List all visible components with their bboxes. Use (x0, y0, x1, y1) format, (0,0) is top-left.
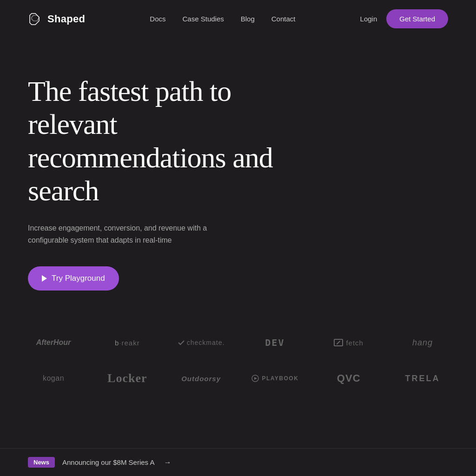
hero-subtitle: Increase engagement, conversion, and rev… (28, 222, 228, 246)
checkmate-icon (178, 339, 185, 346)
play-icon (42, 275, 47, 282)
nav-item-blog[interactable]: Blog (241, 15, 255, 23)
logo-hang: hang (397, 338, 448, 348)
logo-fetch: fetch (323, 339, 374, 347)
logo-checkmate: checkmate. (176, 339, 227, 346)
nav-item-case-studies[interactable]: Case Studies (183, 15, 224, 23)
news-arrow-icon: → (164, 458, 171, 467)
nav-item-docs[interactable]: Docs (150, 15, 165, 23)
logo-trela: TRELA (397, 374, 448, 383)
logo-outdoorsy: Outdoorsy (176, 375, 227, 383)
login-button[interactable]: Login (360, 15, 377, 23)
logo-afterhour: AfterHour (28, 338, 79, 347)
news-text: Announcing our $8M Series A (62, 458, 154, 466)
logo-locker: Locker (102, 371, 153, 385)
navbar: Shaped Docs Case Studies Blog Contact Lo… (0, 0, 476, 38)
try-playground-label: Try Playground (52, 274, 105, 283)
logo-playbook: PLAYBOOK (249, 375, 300, 382)
logos-row-2: kogan Locker Outdoorsy PLAYBOOK QVC (28, 371, 448, 385)
playbook-icon (251, 375, 259, 382)
get-started-button[interactable]: Get Started (386, 9, 448, 28)
logo-kogan: kogan (28, 374, 79, 383)
nav-item-contact[interactable]: Contact (271, 15, 296, 23)
news-badge: News (28, 457, 55, 468)
logo-area: Shaped (28, 12, 85, 26)
logo-breakr: b·reakr (102, 339, 153, 347)
logos-row-1: AfterHour b·reakr checkmate. DEV (28, 337, 448, 348)
logo-qvc: QVC (323, 372, 374, 384)
nav-links: Docs Case Studies Blog Contact (150, 15, 295, 23)
hero-title: The fastest path to relevant recommendat… (28, 75, 298, 207)
news-banner[interactable]: News Announcing our $8M Series A → (0, 448, 476, 476)
nav-right: Login Get Started (360, 9, 448, 28)
hero-section: The fastest path to relevant recommendat… (0, 38, 476, 309)
try-playground-button[interactable]: Try Playground (28, 266, 119, 291)
logo-dev: DEV (249, 337, 300, 348)
logo-text: Shaped (47, 13, 85, 25)
shaped-logo-icon (28, 12, 43, 26)
logos-section: AfterHour b·reakr checkmate. DEV (0, 309, 476, 427)
